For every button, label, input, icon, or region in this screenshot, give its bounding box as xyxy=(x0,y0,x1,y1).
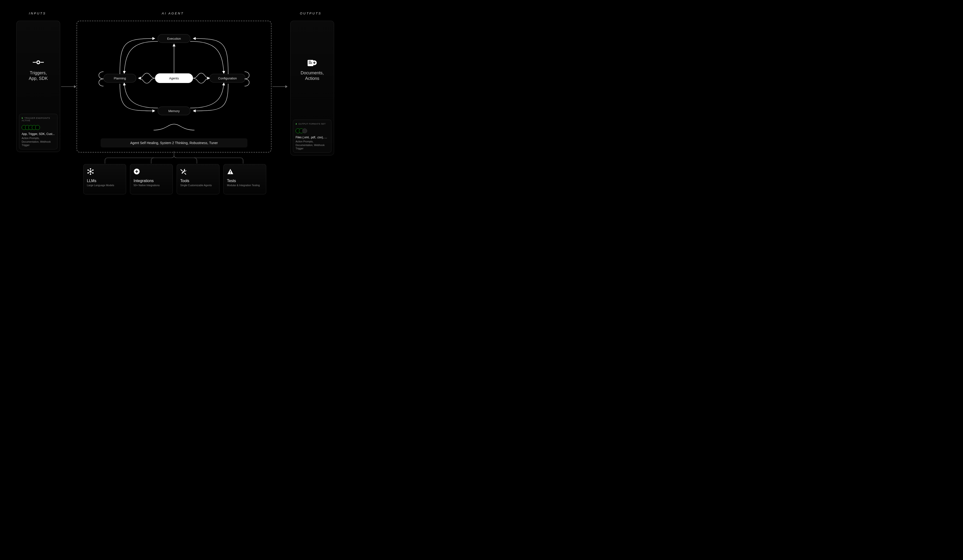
agent-to-subcards-connector xyxy=(76,151,271,165)
svg-line-23 xyxy=(91,170,92,171)
svg-point-15 xyxy=(90,171,91,172)
subcard-title: Tests xyxy=(227,179,263,183)
plus-circle-icon xyxy=(134,168,169,175)
outputs-title: Documents, Actions xyxy=(293,70,331,81)
svg-point-18 xyxy=(90,174,91,175)
subcard-sub: 50+ Native Integrations xyxy=(134,184,169,187)
svg-rect-32 xyxy=(184,173,186,175)
node-execution: Execution xyxy=(158,34,190,43)
outputs-panel: Documents, Actions 4 OUTPUT FORMATS SET … xyxy=(290,21,334,155)
features-bar: Agent Self Healing, System 2 Thinking, R… xyxy=(101,138,247,147)
subcard-title: Integrations xyxy=(134,179,169,183)
agent-heading: AI AGENT xyxy=(162,11,184,15)
outputs-heading: OUTPUTS xyxy=(300,11,321,15)
inputs-status-label: TRIGGER ENDPOINTS ACTIVE xyxy=(22,117,50,122)
subcard-sub: Modular & Integration Testing xyxy=(227,184,263,187)
inputs-status-card: 5 TRIGGER ENDPOINTS ACTIVE App, Trigger,… xyxy=(19,114,58,149)
inputs-status-header: 5 TRIGGER ENDPOINTS ACTIVE xyxy=(22,117,55,122)
subcard-tests: Tests Modular & Integration Testing xyxy=(223,164,266,194)
subcard-integrations: Integrations 50+ Native Integrations xyxy=(130,164,173,194)
subcard-llms: LLMs Large Language Models xyxy=(83,164,126,194)
document-plus-icon xyxy=(307,60,317,68)
outputs-dot-row xyxy=(295,128,329,133)
node-agents: Agents xyxy=(155,73,193,83)
inputs-panel: Triggers, App, SDK 5 TRIGGER ENDPOINTS A… xyxy=(16,21,60,152)
subcard-sub: Single Customizable Agents xyxy=(180,184,216,187)
inputs-dot-row xyxy=(22,125,55,130)
svg-point-24 xyxy=(88,173,89,173)
arrow-agent-to-outputs xyxy=(272,85,287,89)
svg-line-27 xyxy=(91,172,92,173)
svg-rect-33 xyxy=(230,170,231,173)
outputs-status-card: 4 OUTPUT FORMATS SET Files (.xml, .pdf, … xyxy=(293,120,331,153)
node-configuration: Configuration xyxy=(209,74,245,83)
svg-rect-11 xyxy=(308,63,313,64)
subcard-title: Tools xyxy=(180,179,216,183)
inputs-status-sub: Action Prompts, Documentation, Webhook T… xyxy=(22,136,55,147)
outputs-status-label: OUTPUT FORMATS SET xyxy=(298,123,326,125)
inputs-status-main: App, Trigger, SDK, Cust... xyxy=(22,132,55,136)
subcard-title: LLMs xyxy=(87,179,123,183)
inputs-title: Triggers, App, SDK xyxy=(19,70,58,81)
svg-line-21 xyxy=(89,170,90,171)
tools-icon xyxy=(180,168,216,175)
svg-rect-14 xyxy=(313,63,316,63)
svg-rect-10 xyxy=(308,62,313,63)
outputs-status-main: Files (.xml, .pdf, .csv), Ac... xyxy=(295,136,329,139)
outputs-status-count: 4 xyxy=(295,123,297,125)
svg-rect-31 xyxy=(180,169,183,172)
svg-point-3 xyxy=(37,62,39,63)
inputs-status-count: 5 xyxy=(22,117,23,119)
outputs-status-header: 4 OUTPUT FORMATS SET xyxy=(295,123,329,125)
svg-rect-30 xyxy=(135,171,138,172)
arrow-inputs-to-agent xyxy=(61,85,76,89)
svg-marker-7 xyxy=(285,86,287,88)
outputs-status-sub: Action Prompts, Documentation, Webhook T… xyxy=(295,140,329,150)
svg-line-25 xyxy=(89,172,90,173)
svg-point-34 xyxy=(230,173,230,173)
svg-marker-5 xyxy=(74,86,76,88)
subcards-row: LLMs Large Language Models Integrations … xyxy=(83,164,266,194)
node-memory: Memory xyxy=(158,107,190,115)
inputs-heading: INPUTS xyxy=(29,11,46,15)
commit-icon xyxy=(33,60,44,66)
svg-rect-9 xyxy=(308,61,311,62)
subcard-tools: Tools Single Customizable Agents xyxy=(177,164,219,194)
svg-point-16 xyxy=(90,168,91,169)
svg-point-22 xyxy=(92,170,93,170)
subcard-sub: Large Language Models xyxy=(87,184,123,187)
svg-point-26 xyxy=(92,173,93,173)
warning-icon xyxy=(227,168,263,175)
svg-point-20 xyxy=(88,170,89,170)
network-icon xyxy=(87,168,123,175)
node-planning: Planning xyxy=(104,74,136,83)
